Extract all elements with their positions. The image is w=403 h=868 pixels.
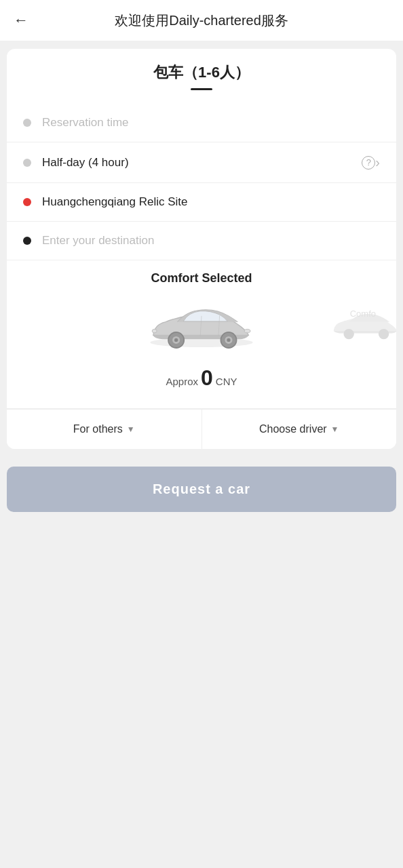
svg-point-6: [227, 338, 230, 342]
for-others-button[interactable]: For others ▼: [7, 410, 202, 449]
dot-black: [23, 237, 31, 245]
reservation-time-text: Reservation time: [42, 116, 380, 130]
svg-point-3: [174, 338, 178, 342]
car-side-label: Comfo: [350, 309, 376, 319]
for-others-arrow-icon: ▼: [127, 425, 135, 434]
for-others-label: For others: [73, 423, 123, 435]
destination-row[interactable]: Enter your destination: [7, 222, 396, 260]
car-svg: [134, 299, 269, 353]
car-section: Comfort Selected: [7, 260, 396, 408]
price-prefix: Approx: [166, 376, 199, 387]
choose-driver-button[interactable]: Choose driver ▼: [202, 410, 397, 449]
chevron-right-icon: ›: [375, 155, 380, 170]
help-icon[interactable]: ?: [362, 156, 375, 170]
origin-location-row[interactable]: Huangchengqiang Relic Site: [7, 183, 396, 222]
reservation-time-row[interactable]: Reservation time: [7, 104, 396, 142]
dot-red: [23, 198, 31, 206]
price-currency: CNY: [216, 376, 237, 387]
half-day-text: Half-day (4 hour): [42, 156, 356, 170]
destination-placeholder: Enter your destination: [42, 234, 380, 248]
bottom-actions: For others ▼ Choose driver ▼: [7, 409, 396, 449]
svg-point-11: [344, 329, 354, 339]
back-button[interactable]: ←: [14, 12, 28, 29]
svg-point-8: [152, 329, 157, 332]
svg-point-7: [244, 329, 250, 332]
svg-point-12: [379, 329, 389, 339]
price-value: 0: [201, 366, 213, 390]
origin-location-text: Huangchengqiang Relic Site: [42, 195, 380, 209]
card-title: 包车（1-6人）: [7, 62, 396, 85]
title-underline: [191, 88, 212, 90]
half-day-row[interactable]: Half-day (4 hour) ? ›: [7, 142, 396, 183]
main-card: 包车（1-6人） Reservation time Half-day (4 ho…: [7, 49, 396, 449]
request-car-button[interactable]: Request a car: [7, 467, 396, 512]
car-carousel[interactable]: Comfo: [7, 292, 396, 360]
car-side-preview: Comfo: [322, 304, 396, 348]
car-selected-label: Comfort Selected: [7, 271, 396, 285]
choose-driver-label: Choose driver: [259, 423, 327, 435]
header-title: 欢迎使用Daily-chartered服务: [115, 12, 288, 30]
price-row: Approx0CNY: [7, 360, 396, 401]
dot-gray-1: [23, 119, 31, 127]
car-main-image: [85, 299, 318, 353]
choose-driver-arrow-icon: ▼: [331, 425, 339, 434]
header: ← 欢迎使用Daily-chartered服务: [0, 0, 403, 41]
bottom-area: Request a car: [0, 457, 403, 543]
dot-gray-2: [23, 159, 31, 167]
